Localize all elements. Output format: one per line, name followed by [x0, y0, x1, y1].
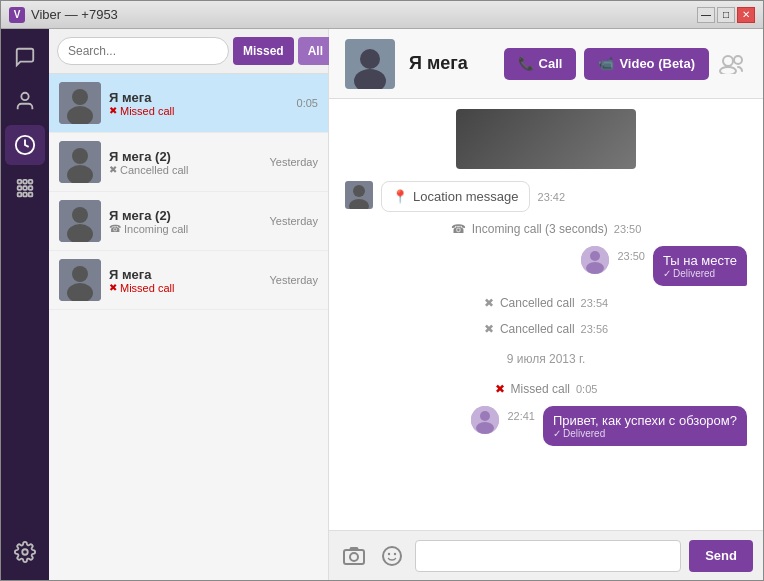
svg-point-22 — [72, 266, 88, 282]
svg-point-43 — [394, 552, 396, 554]
cancelled-call-time-1: 23:56 — [581, 323, 609, 335]
chat-input-bar: Send — [329, 530, 763, 580]
svg-point-38 — [476, 422, 494, 434]
svg-point-29 — [734, 56, 742, 64]
contact-info-1: Я мега (2) ✖ Cancelled call — [109, 149, 261, 176]
call-button[interactable]: 📞 Call — [504, 48, 577, 80]
contact-name-0: Я мега — [109, 90, 289, 105]
cancelled-call-icon-0: ✖ — [484, 296, 494, 310]
contact-time-3: Yesterday — [269, 274, 318, 286]
titlebar-title: V Viber — +7953 — [9, 7, 118, 23]
contact-name-3: Я мега — [109, 267, 261, 282]
contact-status-0: ✖ Missed call — [109, 105, 289, 117]
app-window: V Viber — +7953 — □ ✕ — [0, 0, 764, 581]
filter-missed-button[interactable]: Missed — [233, 37, 294, 65]
msg-outgoing-row-1: Привет, как успехи с обзором? ✓ Delivere… — [345, 406, 747, 446]
svg-point-28 — [720, 67, 736, 74]
svg-point-19 — [72, 207, 88, 223]
msg-image — [456, 109, 636, 169]
outgoing-avatar-1 — [471, 406, 499, 434]
location-pin-icon: 📍 — [392, 189, 408, 204]
nav-chat[interactable] — [5, 37, 45, 77]
svg-point-37 — [480, 411, 490, 421]
incoming-call-icon: ☎ — [451, 222, 466, 236]
video-button[interactable]: 📹 Video (Beta) — [584, 48, 709, 80]
contact-status-3: ✖ Missed call — [109, 282, 261, 294]
nav-settings[interactable] — [5, 532, 45, 572]
contact-avatar-0 — [59, 82, 101, 124]
contact-item-3[interactable]: Я мега ✖ Missed call Yesterday — [49, 251, 328, 310]
contact-status-1: ✖ Cancelled call — [109, 164, 261, 176]
video-icon: 📹 — [598, 56, 614, 71]
call-event-cancelled-0: ✖ Cancelled call 23:54 — [345, 294, 747, 312]
chat-panel: Я мега 📞 Call 📹 Video (Beta) — [329, 29, 763, 580]
call-event-incoming: ☎ Incoming call (3 seconds) 23:50 — [345, 220, 747, 238]
camera-button[interactable] — [339, 541, 369, 571]
status-icon-1: ✖ — [109, 164, 117, 175]
svg-point-27 — [723, 56, 733, 66]
msg-text-1: Привет, как успехи с обзором? — [553, 413, 737, 428]
titlebar: V Viber — +7953 — □ ✕ — [1, 1, 763, 29]
svg-rect-4 — [29, 180, 33, 184]
nav-recents[interactable] — [5, 125, 45, 165]
svg-point-13 — [72, 89, 88, 105]
svg-point-35 — [586, 262, 604, 274]
cancelled-call-text-0: Cancelled call — [500, 296, 575, 310]
nav-contacts[interactable] — [5, 81, 45, 121]
delivered-status-0: ✓ Delivered — [663, 268, 737, 279]
status-icon-2: ☎ — [109, 223, 121, 234]
contact-item-1[interactable]: Я мега (2) ✖ Cancelled call Yesterday — [49, 133, 328, 192]
incoming-call-time: 23:50 — [614, 223, 642, 235]
contact-item-2[interactable]: Я мега (2) ☎ Incoming call Yesterday — [49, 192, 328, 251]
contact-list: Я мега ✖ Missed call 0:05 — [49, 74, 328, 580]
checkmark-icon-1: ✓ — [553, 428, 561, 439]
contact-avatar-1 — [59, 141, 101, 183]
svg-rect-10 — [29, 193, 33, 197]
contact-info-0: Я мега ✖ Missed call — [109, 90, 289, 117]
delivered-status-1: ✓ Delivered — [553, 428, 737, 439]
svg-rect-3 — [23, 180, 27, 184]
nav-sidebar — [1, 29, 49, 580]
cancelled-call-icon-1: ✖ — [484, 322, 494, 336]
contact-name-1: Я мега (2) — [109, 149, 261, 164]
svg-rect-6 — [23, 186, 27, 190]
filter-all-button[interactable]: All — [298, 37, 333, 65]
status-icon-0: ✖ — [109, 105, 117, 116]
svg-rect-2 — [18, 180, 22, 184]
window-controls: — □ ✕ — [697, 7, 755, 23]
contact-name-2: Я мега (2) — [109, 208, 261, 223]
send-button[interactable]: Send — [689, 540, 753, 572]
chat-actions: 📞 Call 📹 Video (Beta) — [504, 48, 747, 80]
emoji-button[interactable] — [377, 541, 407, 571]
msg-image-row — [345, 109, 747, 173]
chat-messages: 📍 Location message 23:42 ☎ Incoming call… — [329, 99, 763, 530]
msg-outgoing-bubble-0: Ты на месте ✓ Delivered — [653, 246, 747, 286]
outgoing-avatar-0 — [581, 246, 609, 274]
svg-point-25 — [360, 49, 380, 69]
contact-avatar-3 — [59, 259, 101, 301]
missed-call-text: Missed call — [511, 382, 570, 396]
chat-text-input[interactable] — [415, 540, 681, 572]
minimize-button[interactable]: — — [697, 7, 715, 23]
contact-item-0[interactable]: Я мега ✖ Missed call 0:05 — [49, 74, 328, 133]
search-input[interactable] — [57, 37, 229, 65]
msg-text-0: Ты на месте — [663, 253, 737, 268]
cancelled-call-text-1: Cancelled call — [500, 322, 575, 336]
group-icon — [717, 52, 747, 76]
msg-outgoing-row-0: Ты на месте ✓ Delivered 23:50 — [345, 246, 747, 286]
window-title: Viber — +7953 — [31, 7, 118, 22]
search-filter-bar: Missed All — [49, 29, 328, 74]
svg-point-16 — [72, 148, 88, 164]
svg-point-11 — [22, 549, 28, 555]
close-button[interactable]: ✕ — [737, 7, 755, 23]
contacts-panel: Missed All Я мега — [49, 29, 329, 580]
status-icon-3: ✖ — [109, 282, 117, 293]
nav-dialpad[interactable] — [5, 169, 45, 209]
maximize-button[interactable]: □ — [717, 7, 735, 23]
contact-info-2: Я мега (2) ☎ Incoming call — [109, 208, 261, 235]
date-divider: 9 июля 2013 г. — [345, 346, 747, 372]
svg-rect-5 — [18, 186, 22, 190]
main-content: Missed All Я мега — [1, 29, 763, 580]
msg-time-outgoing-0: 23:50 — [617, 246, 645, 262]
incoming-call-text: Incoming call (3 seconds) — [472, 222, 608, 236]
